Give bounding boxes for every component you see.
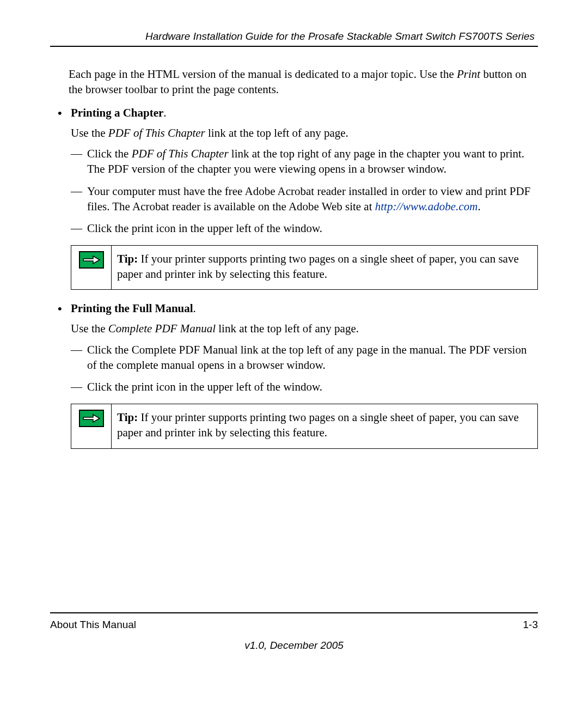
dash-italic: PDF of This Chapter <box>132 147 229 160</box>
bullet-heading: Printing a Chapter <box>71 106 163 119</box>
tip-body: If your printer supports printing two pa… <box>117 411 519 439</box>
dash-list: Click the PDF of This Chapter link at th… <box>71 146 538 236</box>
bullet-heading: Printing the Full Manual <box>71 302 193 315</box>
footer-line: About This Manual 1-3 <box>50 619 538 631</box>
sub-italic: Complete PDF Manual <box>108 322 216 335</box>
tip-icon-cell <box>71 404 112 448</box>
sub-paragraph: Use the PDF of This Chapter link at the … <box>71 125 538 141</box>
page-footer: About This Manual 1-3 v1.0, December 200… <box>50 612 538 652</box>
tip-box: Tip: If your printer supports printing t… <box>71 245 538 290</box>
tip-box: Tip: If your printer supports printing t… <box>71 404 538 449</box>
tip-body: If your printer supports printing two pa… <box>117 252 519 281</box>
intro-prefix: Each page in the HTML version of the man… <box>69 68 457 81</box>
tip-text: Tip: If your printer supports printing t… <box>112 404 537 448</box>
sub-paragraph: Use the Complete PDF Manual link at the … <box>71 321 538 336</box>
dash-prefix: Click the <box>87 147 132 160</box>
bullet-list: Printing a Chapter. Use the PDF of This … <box>58 106 538 449</box>
bullet-period: . <box>193 302 196 315</box>
dash-item: Your computer must have the free Adobe A… <box>71 184 538 215</box>
footer-section-name: About This Manual <box>50 619 136 631</box>
arrow-right-icon <box>79 410 104 427</box>
arrow-right-icon <box>79 251 104 269</box>
tip-label: Tip: <box>117 411 138 424</box>
sub-italic: PDF of This Chapter <box>108 126 205 139</box>
tip-label: Tip: <box>117 252 138 265</box>
sub-suffix: link at the top left of any page. <box>216 322 359 335</box>
bullet-printing-full-manual: Printing the Full Manual. Use the Comple… <box>58 302 538 448</box>
dash-list: Click the Complete PDF Manual link at th… <box>71 342 538 395</box>
dash-plain: Click the print icon in the upper left o… <box>87 222 322 235</box>
sub-suffix: link at the top left of any page. <box>205 126 348 139</box>
footer-version: v1.0, December 2005 <box>50 640 538 652</box>
dash-after-link: . <box>477 200 480 213</box>
dash-plain: Click the print icon in the upper left o… <box>87 380 322 393</box>
dash-item: Click the print icon in the upper left o… <box>71 379 538 394</box>
sub-prefix: Use the <box>71 322 108 335</box>
intro-italic: Print <box>457 68 480 81</box>
tip-text: Tip: If your printer supports printing t… <box>112 246 537 290</box>
dash-item: Click the Complete PDF Manual link at th… <box>71 342 538 373</box>
bullet-period: . <box>163 106 166 119</box>
page-header-title: Hardware Installation Guide for the Pros… <box>50 31 538 42</box>
intro-paragraph: Each page in the HTML version of the man… <box>69 66 538 98</box>
dash-item: Click the print icon in the upper left o… <box>71 221 538 236</box>
dash-plain: Click the Complete PDF Manual link at th… <box>87 343 526 372</box>
bullet-printing-chapter: Printing a Chapter. Use the PDF of This … <box>58 106 538 290</box>
sub-prefix: Use the <box>71 126 108 139</box>
tip-icon-cell <box>71 246 112 290</box>
header-divider <box>50 46 538 47</box>
footer-page-number: 1-3 <box>523 619 538 631</box>
adobe-link[interactable]: http://www.adobe.com <box>375 200 478 213</box>
footer-divider <box>50 612 538 613</box>
dash-item: Click the PDF of This Chapter link at th… <box>71 146 538 177</box>
